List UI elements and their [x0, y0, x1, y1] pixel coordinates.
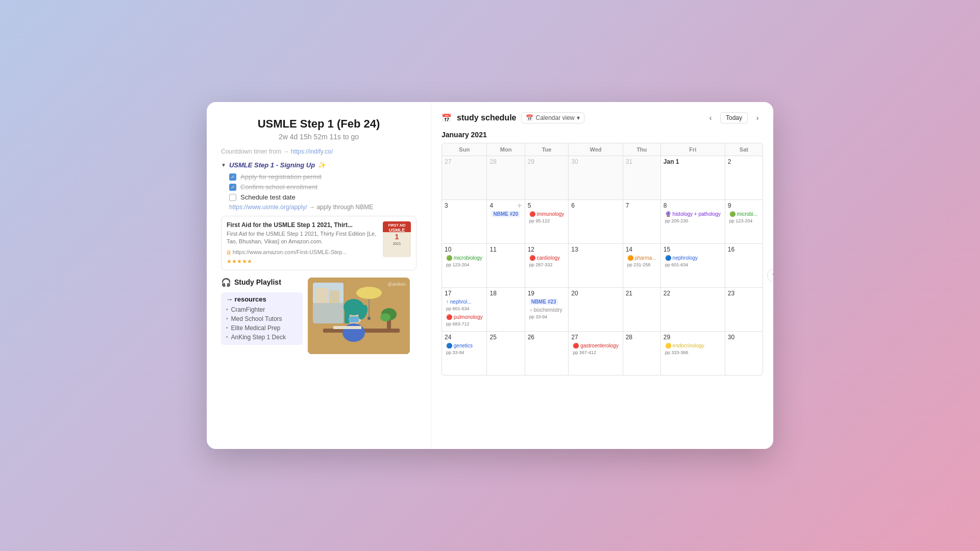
cal-cell-jan23[interactable]: 23	[725, 288, 763, 331]
checklist-section-header[interactable]: ▼ USMLE Step 1 - Signing Up ✨	[221, 161, 416, 169]
cal-cell-jan22[interactable]: 22	[661, 288, 725, 331]
book-amazon-link[interactable]: a https://www.amazon.com/First-USMLE-Ste…	[227, 248, 378, 256]
resource-item-4[interactable]: • AnKing Step 1 Deck	[226, 333, 298, 342]
pharma-pages: pp 231-258	[627, 262, 651, 267]
bullet-2: •	[226, 316, 228, 321]
cal-cell-jan14[interactable]: 14 🟠 pharma...pp 231-258	[623, 244, 660, 287]
cal-cell-jan5[interactable]: 5 🔴 immunologypp 95-122	[525, 200, 569, 243]
add-event-jan4[interactable]: +	[517, 201, 522, 210]
cal-cell-jan18[interactable]: 18	[487, 288, 524, 331]
svg-rect-18	[333, 326, 361, 329]
date-jan1: Jan 1	[664, 158, 722, 165]
cal-cell-jan25[interactable]: 25	[487, 332, 524, 375]
event-cardiology[interactable]: 🔴 cardiologypp 287-332	[528, 254, 566, 269]
event-nbme20[interactable]: NBME #20	[489, 210, 522, 218]
event-endocrinology[interactable]: 🟡 endocrinologypp 333-366	[664, 342, 722, 357]
checkbox-checked-1[interactable]	[229, 173, 236, 181]
event-pulmonology[interactable]: 🔴 pulmonologypp 683-712	[445, 313, 484, 328]
cal-cell-dec29[interactable]: 29	[525, 156, 569, 199]
book-stars: ★★★★★	[227, 258, 378, 265]
cal-cell-jan16[interactable]: 16	[725, 244, 763, 287]
cal-cell-jan8[interactable]: 8 🔮 histology + pathologypp 205-230	[661, 200, 725, 243]
date-jan25: 25	[489, 334, 522, 341]
checklist-title: USMLE Step 1 - Signing Up	[229, 161, 315, 169]
cal-cell-jan2[interactable]: 2	[725, 156, 763, 199]
cal-cell-dec30[interactable]: 30	[569, 156, 622, 199]
prev-month-button[interactable]: ‹	[705, 112, 716, 123]
usmle-link[interactable]: https://www.usmle.org/apply/	[229, 204, 307, 211]
help-button[interactable]: ?	[767, 269, 773, 282]
cal-cell-jan6[interactable]: 6	[569, 200, 622, 243]
countdown-link[interactable]: https://indify.co/	[291, 148, 333, 155]
cal-cell-jan3[interactable]: 3	[442, 200, 486, 243]
cal-cell-jan27[interactable]: 27 🔴 gastroenterologypp 367-412	[569, 332, 622, 375]
genetics-pages: pp 33-94	[446, 350, 464, 355]
cal-cell-jan12[interactable]: 12 🔴 cardiologypp 287-332	[525, 244, 569, 287]
nbme-tag-23: NBME #23	[529, 298, 558, 305]
checklist-item-2[interactable]: Confirm school enrollment	[221, 183, 416, 191]
date-dec29: 29	[528, 158, 566, 165]
event-histology[interactable]: 🔮 histology + pathologypp 205-230	[664, 210, 722, 225]
date-jan10: 10	[445, 246, 484, 253]
event-microbi-9[interactable]: 🟢 microbi...pp 123-204	[728, 210, 760, 225]
watermark-text: @anikeo	[387, 282, 406, 287]
checklist-item-3[interactable]: Schedule test date	[221, 193, 416, 201]
cal-cell-dec31[interactable]: 31	[623, 156, 660, 199]
next-month-button[interactable]: ›	[752, 112, 763, 123]
date-jan20: 20	[571, 290, 620, 297]
date-dec28: 28	[489, 158, 522, 165]
cal-cell-jan30[interactable]: 30	[725, 332, 763, 375]
cal-cell-dec28[interactable]: 28	[487, 156, 524, 199]
histology-pages: pp 205-230	[665, 218, 689, 223]
date-jan27: 27	[571, 334, 620, 341]
day-header-tue: Tue	[525, 143, 569, 156]
cal-cell-jan19[interactable]: 19 NBME #23 ○ biochemistrypp 33-94	[525, 288, 569, 331]
resources-label[interactable]: → resources	[226, 295, 298, 303]
date-jan5: 5	[528, 202, 566, 209]
event-nephrol-17[interactable]: ↑ nephrol...pp 601-634	[445, 298, 484, 313]
calendar-view-button[interactable]: 📅 Calendar view ▾	[521, 112, 584, 123]
event-immunology[interactable]: 🔴 immunologypp 95-122	[528, 210, 566, 225]
bullet-4: •	[226, 334, 228, 340]
resource-item-3[interactable]: • Elite Medical Prep	[226, 323, 298, 333]
checkbox-unchecked-3[interactable]	[229, 194, 236, 201]
event-nephrology-15[interactable]: 🔵 nephrologypp 601-634	[664, 254, 722, 269]
cal-cell-jan20[interactable]: 20	[569, 288, 622, 331]
date-jan12: 12	[528, 246, 566, 253]
cal-cell-jan17[interactable]: 17 ↑ nephrol...pp 601-634 🔴 pulmonologyp…	[442, 288, 486, 331]
today-button[interactable]: Today	[720, 112, 748, 123]
cal-cell-jan4[interactable]: 4 + NBME #20	[487, 200, 524, 243]
event-genetics[interactable]: 🔵 geneticspp 33-94	[445, 342, 484, 357]
date-jan24: 24	[445, 334, 484, 341]
right-panel: 📅 study schedule 📅 Calendar view ▾ ‹ Tod…	[431, 102, 773, 449]
cal-cell-jan26[interactable]: 26	[525, 332, 569, 375]
event-biochemistry[interactable]: ○ biochemistrypp 33-94	[528, 306, 566, 321]
cal-cell-jan7[interactable]: 7	[623, 200, 660, 243]
book-card[interactable]: First Aid for the USMLE Step 1 2021, Thi…	[221, 216, 416, 270]
cal-cell-jan10[interactable]: 10 🟢 microbiologypp 123-204	[442, 244, 486, 287]
cal-cell-jan9[interactable]: 9 🟢 microbi...pp 123-204	[725, 200, 763, 243]
cal-cell-jan21[interactable]: 21	[623, 288, 660, 331]
cal-cell-jan11[interactable]: 11	[487, 244, 524, 287]
cal-cell-dec27[interactable]: 27	[442, 156, 486, 199]
cal-cell-jan29[interactable]: 29 🟡 endocrinologypp 333-366	[661, 332, 725, 375]
date-jan22: 22	[664, 290, 722, 297]
checklist-item-1[interactable]: Apply for registration permit	[221, 173, 416, 181]
date-jan23: 23	[728, 290, 760, 297]
cal-cell-jan15[interactable]: 15 🔵 nephrologypp 601-634	[661, 244, 725, 287]
event-gastroenterology[interactable]: 🔴 gastroenterologypp 367-412	[571, 342, 620, 357]
event-nbme23[interactable]: NBME #23	[528, 298, 566, 306]
cal-cell-jan1[interactable]: Jan 1	[661, 156, 725, 199]
resource-item-1[interactable]: • CramFighter	[226, 305, 298, 314]
app-window: USMLE Step 1 (Feb 24) 2w 4d 15h 52m 11s …	[207, 102, 773, 449]
event-pharma[interactable]: 🟠 pharma...pp 231-258	[626, 254, 658, 269]
cal-cell-jan13[interactable]: 13	[569, 244, 622, 287]
playlist-header: 🎧 Study Playlist	[221, 278, 303, 287]
checkbox-checked-2[interactable]	[229, 184, 236, 191]
event-microbiology-10[interactable]: 🟢 microbiologypp 123-204	[445, 254, 484, 269]
cal-cell-jan24[interactable]: 24 🔵 geneticspp 33-94	[442, 332, 486, 375]
sparkle-icon: ✨	[318, 161, 326, 169]
resource-item-2[interactable]: • Med School Tutors	[226, 314, 298, 323]
cal-cell-jan28[interactable]: 28	[623, 332, 660, 375]
calendar-header: 📅 study schedule 📅 Calendar view ▾ ‹ Tod…	[442, 112, 763, 123]
